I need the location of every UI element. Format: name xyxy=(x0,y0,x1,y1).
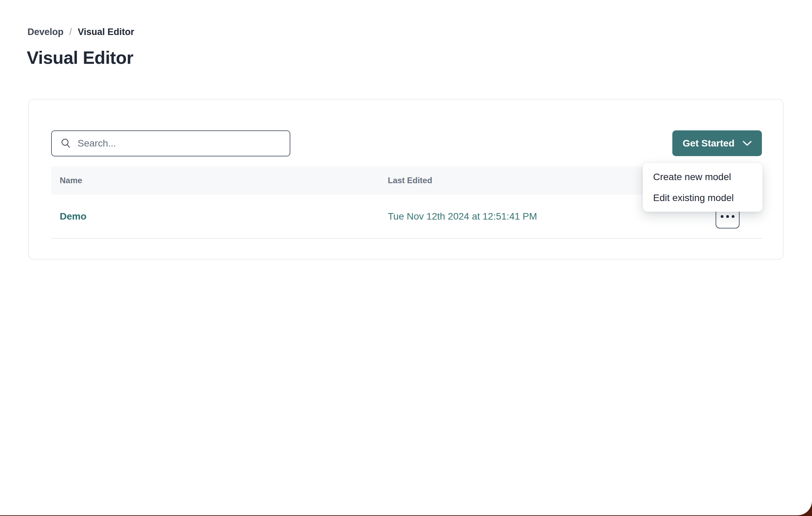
breadcrumb: Develop / Visual Editor xyxy=(27,27,134,37)
chevron-down-icon xyxy=(743,141,752,146)
menu-item-create-new-model[interactable]: Create new model xyxy=(643,166,763,187)
search-icon xyxy=(60,138,71,149)
breadcrumb-separator: / xyxy=(69,27,72,37)
menu-item-edit-existing-model[interactable]: Edit existing model xyxy=(643,187,763,208)
page-title: Visual Editor xyxy=(27,47,133,68)
get-started-menu: Create new model Edit existing model xyxy=(643,163,763,212)
last-edited-text: Tue Nov 12th 2024 at 12:51:41 PM xyxy=(388,211,704,222)
get-started-button[interactable]: Get Started xyxy=(672,130,762,156)
search-input[interactable] xyxy=(78,131,290,156)
breadcrumb-current-visual-editor: Visual Editor xyxy=(78,27,135,37)
search-box[interactable] xyxy=(51,130,290,156)
breadcrumb-link-develop[interactable]: Develop xyxy=(27,27,63,37)
get-started-label: Get Started xyxy=(683,138,734,149)
app-window: Develop / Visual Editor Visual Editor Ge… xyxy=(0,0,812,515)
model-name-link[interactable]: Demo xyxy=(60,211,86,222)
ellipsis-icon xyxy=(721,215,734,218)
column-header-name: Name xyxy=(60,176,388,185)
